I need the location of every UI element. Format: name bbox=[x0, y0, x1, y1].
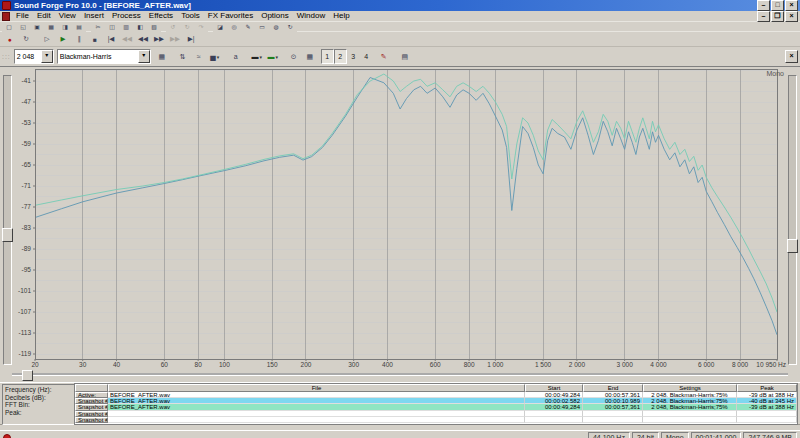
cut-icon: ✂ bbox=[95, 23, 100, 30]
cursor-info-box: Frequency (Hz):Decibels (dB):FFT Bin:Pea… bbox=[2, 384, 78, 425]
forward-button[interactable]: ▶▶ bbox=[151, 33, 167, 46]
menu-view[interactable]: View bbox=[55, 11, 80, 21]
svg-text:3 000: 3 000 bbox=[616, 361, 633, 368]
go-to-end-button[interactable]: ▶| bbox=[183, 33, 199, 46]
graph-color-button[interactable]: ▬▾ bbox=[265, 49, 281, 64]
child-minimize-button[interactable]: – bbox=[757, 11, 770, 22]
logarithmic-scale-button[interactable]: ⊙ bbox=[286, 49, 302, 64]
svg-text:20: 20 bbox=[31, 361, 39, 368]
copy-button[interactable]: ◫ bbox=[105, 22, 119, 32]
envelope-tool-button[interactable]: ▭ bbox=[255, 22, 269, 32]
menu-process[interactable]: Process bbox=[108, 11, 145, 21]
go-to-start-button[interactable]: |◀ bbox=[103, 33, 119, 46]
dropdown-arrow-icon: ▾ bbox=[217, 54, 220, 60]
row-label[interactable]: Snapshot #4: bbox=[75, 417, 108, 423]
smoothing-mode-icon: ≈ bbox=[197, 53, 201, 60]
edit-snapshot-button[interactable]: ✎ bbox=[376, 49, 392, 64]
copy-icon: ◫ bbox=[109, 23, 115, 30]
svg-text:-89: -89 bbox=[22, 245, 32, 252]
snapshot-3-button[interactable]: 3 bbox=[347, 49, 360, 64]
print-button[interactable]: ▤ bbox=[72, 22, 86, 32]
loop-playback-button[interactable]: ↻ bbox=[18, 33, 34, 46]
snapshot-4-button[interactable]: 4 bbox=[360, 49, 373, 64]
menu-items: FileEditViewInsertProcessEffectsToolsFX … bbox=[12, 11, 354, 21]
print-graph-button[interactable]: ▤ bbox=[397, 49, 413, 64]
display-type-button[interactable]: ▅▾ bbox=[207, 49, 223, 64]
trim-crop-button[interactable]: ◧ bbox=[133, 22, 147, 32]
render-as-button[interactable]: ◨ bbox=[58, 22, 72, 32]
toolbar-grip[interactable]: ⁚⁚⁚ bbox=[2, 53, 11, 60]
maximize-button[interactable]: □ bbox=[771, 0, 784, 11]
cut-button[interactable]: ✂ bbox=[91, 22, 105, 32]
svg-text:-65: -65 bbox=[22, 161, 32, 168]
pause-icon: ∥ bbox=[77, 35, 80, 43]
play-all-button[interactable]: ▷ bbox=[39, 33, 55, 46]
save-as-button[interactable]: ▦ bbox=[44, 22, 58, 32]
refresh-button[interactable]: ↻ bbox=[283, 22, 297, 32]
svg-text:1 000: 1 000 bbox=[487, 361, 504, 368]
svg-text:-53: -53 bbox=[22, 119, 32, 126]
menu-window[interactable]: Window bbox=[293, 11, 329, 21]
cell-settings[interactable] bbox=[643, 417, 737, 423]
menu-tools[interactable]: Tools bbox=[177, 11, 204, 21]
record-button[interactable]: ● bbox=[2, 33, 18, 46]
svg-text:60: 60 bbox=[161, 361, 169, 368]
open-file-button[interactable]: ◱ bbox=[16, 22, 30, 32]
new-file-button[interactable]: ▢ bbox=[2, 22, 16, 32]
cell-end[interactable] bbox=[583, 417, 643, 423]
snapshot-1-button[interactable]: 1 bbox=[321, 49, 334, 64]
svg-text:4 000: 4 000 bbox=[650, 361, 667, 368]
menu-insert[interactable]: Insert bbox=[80, 11, 108, 21]
pencil-tool-button[interactable]: ✎ bbox=[241, 22, 255, 32]
smoothing-mode-button[interactable]: ≈ bbox=[191, 49, 207, 64]
stop-button[interactable]: ■ bbox=[87, 33, 103, 46]
refresh-icon: ↻ bbox=[287, 23, 292, 30]
cell-start[interactable] bbox=[525, 417, 583, 423]
cell-peak[interactable] bbox=[737, 417, 797, 423]
svg-text:-41: -41 bbox=[22, 77, 32, 84]
smoothing-window-combo[interactable]: Blackman-Harris ▾ bbox=[57, 49, 151, 64]
show-labels-button[interactable]: a bbox=[228, 49, 244, 64]
loop-playback-icon: ↻ bbox=[23, 35, 28, 43]
menu-help[interactable]: Help bbox=[329, 11, 353, 21]
fft-size-combo[interactable]: 2 048 ▾ bbox=[14, 49, 54, 64]
save-button[interactable]: ▣ bbox=[30, 22, 44, 32]
normalize-db-button[interactable]: ⇅ bbox=[175, 49, 191, 64]
mix-button[interactable]: ▧ bbox=[147, 22, 161, 32]
svg-text:-95: -95 bbox=[22, 266, 32, 273]
left-zoom-slider-thumb[interactable] bbox=[2, 228, 13, 242]
child-close-button[interactable]: × bbox=[785, 11, 798, 22]
status-box: Mono bbox=[661, 432, 689, 438]
spectrum-close-button[interactable]: × bbox=[785, 50, 798, 63]
paste-button[interactable]: ▥ bbox=[119, 22, 133, 32]
frequency-zoom-slider[interactable] bbox=[12, 370, 788, 379]
menu-file[interactable]: File bbox=[12, 11, 33, 21]
snapshot-2-button[interactable]: 2 bbox=[334, 49, 347, 64]
spectrum-analysis-panel: 20304060801001502003004006008001 0001 50… bbox=[0, 66, 800, 382]
frequency-zoom-slider-thumb[interactable] bbox=[22, 370, 33, 381]
menu-options[interactable]: Options bbox=[257, 11, 293, 21]
previous-marker-button: ◀◀ bbox=[119, 33, 135, 46]
close-button[interactable]: × bbox=[785, 0, 798, 11]
menu-effects[interactable]: Effects bbox=[145, 11, 177, 21]
left-zoom-slider[interactable] bbox=[3, 75, 12, 365]
background-color-button[interactable]: ▬▾ bbox=[249, 49, 265, 64]
play-button[interactable]: ▶ bbox=[55, 33, 71, 46]
hold-peaks-button[interactable]: ▦ bbox=[154, 49, 170, 64]
minimize-button[interactable]: – bbox=[757, 0, 770, 11]
cell-file[interactable] bbox=[108, 417, 525, 423]
next-marker-button: ▶▶ bbox=[167, 33, 183, 46]
magnify-tool-button[interactable]: ◎ bbox=[227, 22, 241, 32]
right-zoom-slider[interactable] bbox=[788, 75, 797, 365]
right-zoom-slider-thumb[interactable] bbox=[787, 239, 798, 253]
child-restore-button[interactable]: ❐ bbox=[771, 11, 784, 22]
menu-edit[interactable]: Edit bbox=[33, 11, 55, 21]
edit-tool-button[interactable]: ◪ bbox=[213, 22, 227, 32]
pause-button[interactable]: ∥ bbox=[71, 33, 87, 46]
cursor-info-label: FFT Bin: bbox=[5, 401, 75, 409]
rewind-button[interactable]: ◀◀ bbox=[135, 33, 151, 46]
svg-text:300: 300 bbox=[348, 361, 359, 368]
zoom-tool-button[interactable]: ◍ bbox=[269, 22, 283, 32]
menu-fx-favorites[interactable]: FX Favorites bbox=[204, 11, 257, 21]
show-grid-button[interactable]: ▦ bbox=[302, 49, 318, 64]
